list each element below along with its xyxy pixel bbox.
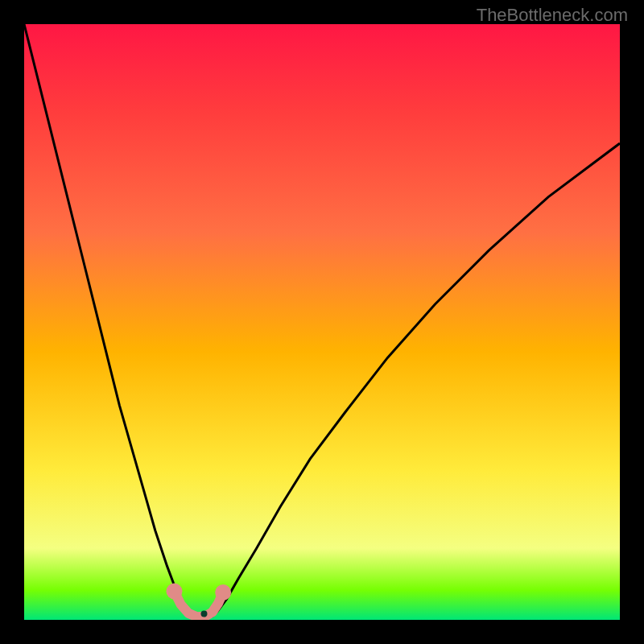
- svg-point-0: [166, 583, 182, 599]
- chart-svg: [24, 24, 620, 620]
- svg-point-1: [215, 584, 231, 601]
- chart-plot-area: [24, 24, 620, 620]
- trough-dot: [200, 611, 207, 617]
- watermark-text: TheBottleneck.com: [477, 5, 628, 26]
- gradient-background: [24, 24, 620, 620]
